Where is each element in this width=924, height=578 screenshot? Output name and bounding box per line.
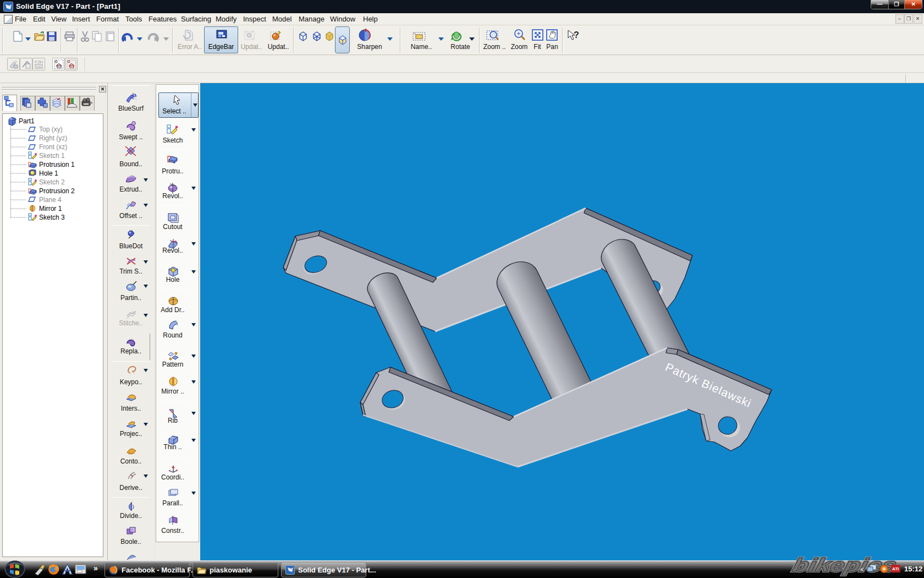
svg-text:ATI: ATI [892,566,899,571]
svg-text:F2H: F2H [35,59,43,64]
svg-text:?: ? [574,30,579,40]
